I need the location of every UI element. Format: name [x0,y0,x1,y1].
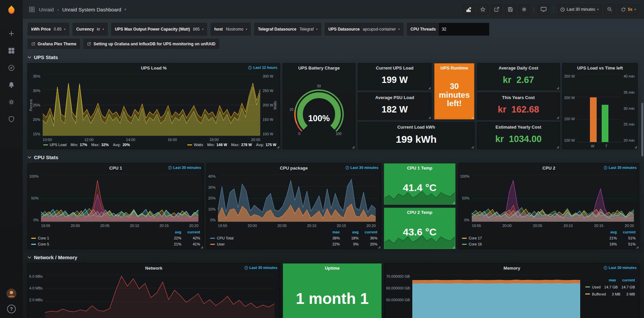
legend-row[interactable]: User22%9%20% [210,241,377,247]
panel-ups-load-vs-time-left[interactable]: UPS Load vs Time left 250 W200 W150 W100… [562,63,638,149]
panel-cpu-1-temp[interactable]: CPU 1 Temp 41.4 °C [384,163,456,205]
panel-header[interactable]: Memory Last 30 minutes [385,264,639,272]
configuration-gear-icon[interactable] [7,98,16,106]
admin-shield-icon[interactable] [7,115,16,123]
panel-cpu-1[interactable]: CPU 1 Last 30 minutes 100%50%0%19:5520:0… [28,163,204,249]
panel-memory[interactable]: Memory Last 30 minutes 70.000000 GB60.00… [384,263,639,318]
variable-host[interactable]: host Nostromo▾ [211,23,251,36]
dashboard-link-ups-monitoring-guide[interactable]: Setting up Grafana and InfluxDB for UPS … [83,39,219,49]
ups-bar-chart: 250 W200 W150 W100 W40 min35 min30 min25… [563,72,637,149]
panel-this-years-cost[interactable]: This Years Cost kr 162.68 [477,93,560,120]
panel-header[interactable]: UPS Load vs Time left [563,63,637,72]
create-plus-icon[interactable] [7,30,16,38]
variable-kwh-price[interactable]: kWh Price 0.65▾ [28,23,69,36]
scrollbar-thumb[interactable] [641,103,643,156]
cpu-threads-input[interactable] [439,23,489,36]
legend-row[interactable]: Used14.7 GB14.7 GB [585,283,635,290]
time-range-override[interactable]: Last 30 minutes [244,266,277,270]
star-button[interactable] [477,4,488,14]
cpu-package-legend[interactable]: maxavgcurrentCPU Total38%18%36%User22%9%… [207,228,381,249]
panel-current-load-kwh[interactable]: Current Load kWh 199 kWh [358,122,474,149]
variable-currency[interactable]: Currency kr▾ [73,23,108,36]
time-range-override[interactable]: Last 30 minutes [604,266,637,270]
panel-title: CPU package [280,166,308,171]
breadcrumb-app[interactable]: Unraid [39,7,54,12]
memory-legend[interactable]: maxcurrentUsed14.7 GB14.7 GBBuffered3 MB… [585,272,639,318]
legend-header: maxcurrent [585,276,635,283]
cpu1-legend[interactable]: avgcurrentCore 122%42%Core 521%41% [28,228,203,249]
variable-ups-max-output[interactable]: UPS Max Output Power Capacity (Watt) 865… [111,23,207,36]
time-range-override[interactable]: Last 30 minutes [346,166,378,170]
legend-row[interactable]: Core 521%41% [31,241,200,247]
legend-row[interactable]: Core 1721%51% [462,235,636,241]
panel-cpu-2-temp[interactable]: CPU 2 Temp 43.6 °C [384,208,456,249]
time-range-override[interactable]: Last 12 hours [248,65,277,70]
variable-label: host [214,27,223,32]
cycle-view-button[interactable] [538,4,549,14]
caret-down-icon: ▾ [316,28,318,31]
time-range-override[interactable]: Last 30 minutes [168,166,201,170]
panel-header[interactable]: CPU 1 Last 30 minutes [28,164,203,172]
panel-header[interactable]: CPU 2 Last 30 minutes [459,164,639,172]
avatar-image [6,288,16,299]
legend-row[interactable]: CPU Total38%18%36% [210,235,377,241]
legend-row[interactable]: Core 122%42% [31,235,200,241]
panel-current-ups-load[interactable]: Current UPS Load 199 W [358,63,431,90]
scrollbar[interactable] [641,19,644,318]
legend-row[interactable]: Core 1619%51% [462,241,636,247]
plot-area [43,75,260,136]
legend-item[interactable]: UPS LoadMin:17%Max:32%Avg:20% [43,143,130,147]
cpu-package-chart: 40%30%20%10%0%19:5520:0020:0520:1020:152… [207,172,381,228]
panel-header[interactable]: CPU package Last 30 minutes [207,164,381,172]
explore-compass-icon[interactable] [7,64,16,72]
zoom-out-icon [607,7,612,12]
star-icon [480,7,486,12]
panel-uptime[interactable]: Uptime 1 month 1 [283,263,382,318]
bar-group [577,75,621,142]
add-panel-button[interactable] [463,4,474,14]
zoom-out-button[interactable] [604,4,615,14]
panel-header[interactable]: UPS Load % Last 12 hours [28,63,280,72]
dashboard-grid-icon[interactable] [28,5,36,13]
panel-ups-battery-charge[interactable]: UPS Battery Charge 02050100100% [283,63,355,149]
panel-network[interactable]: Network Last 30 minutes 6.0 MBs4.0 MBs2.… [28,263,280,318]
panel-average-daily-cost[interactable]: Average Daily Cost kr 2.67 [477,63,560,90]
legend-item[interactable]: WattsMin:148 WMax:278 WAvg:175 W [187,143,276,147]
panel-ups-runtime[interactable]: UPS Runtime 30 minutes left! [434,63,474,120]
panel-cpu-package[interactable]: CPU package Last 30 minutes 40%30%20%10%… [206,163,381,249]
refresh-button[interactable]: 5s ▾ [618,4,639,14]
ups-load-legend[interactable]: UPS LoadMin:17%Max:32%Avg:20%WattsMin:14… [28,142,280,149]
panel-ups-load[interactable]: UPS Load % Last 12 hours Percent35%30%25… [28,63,280,149]
panel-cpu-2[interactable]: CPU 2 Last 30 minutes 100%50%0%19:5520:0… [458,163,639,249]
settings-button[interactable] [519,4,530,14]
legend-row[interactable]: Buffered3 MB3 MB [585,290,635,298]
section-cpu-stats[interactable]: CPU Stats [28,154,639,160]
cpu2-legend[interactable]: avgcurrentCore 1721%51%Core 1619%51% [459,228,639,249]
variable-telegraf-datasource[interactable]: Telegraf Datasource Telegraf▾ [254,23,321,36]
panel-header[interactable]: UPS Battery Charge [283,63,355,72]
section-network-memory[interactable]: Network / Memory [28,255,639,260]
variable-ups-datasource[interactable]: UPS Datasource apcupsd-container▾ [325,23,404,36]
time-range-button[interactable]: Last 30 minutes ▾ [558,4,601,14]
time-range-override[interactable]: Last 30 minutes [604,166,637,170]
alerting-bell-icon[interactable] [7,81,16,89]
legend-header: avgcurrent [462,229,636,235]
dashboard-link-plex-theme[interactable]: Grafana Plex Theme [28,39,80,49]
series-color-marker [585,293,590,294]
help-icon[interactable]: ? [7,305,16,313]
grafana-logo[interactable] [5,4,18,17]
title-caret-icon[interactable]: ▾ [125,8,126,11]
monitor-icon [541,7,547,12]
panel-average-psu-load[interactable]: Average PSU Load 182 W [358,93,431,120]
dashboard-title[interactable]: Unraid System Dashboard [62,7,121,12]
profile-avatar[interactable] [6,288,16,299]
bar-W [590,97,597,142]
section-ups-stats[interactable]: UPS Stats [28,54,639,60]
section-title: Network / Memory [34,255,77,260]
share-button[interactable] [491,4,502,14]
y-axis-labels-right [634,175,636,222]
save-button[interactable] [505,4,516,14]
panel-estimated-yearly-cost[interactable]: Estimated Yearly Cost kr 1034.00 [477,122,560,149]
dashboards-icon[interactable] [7,47,16,55]
panel-header[interactable]: Network Last 30 minutes [28,264,280,272]
